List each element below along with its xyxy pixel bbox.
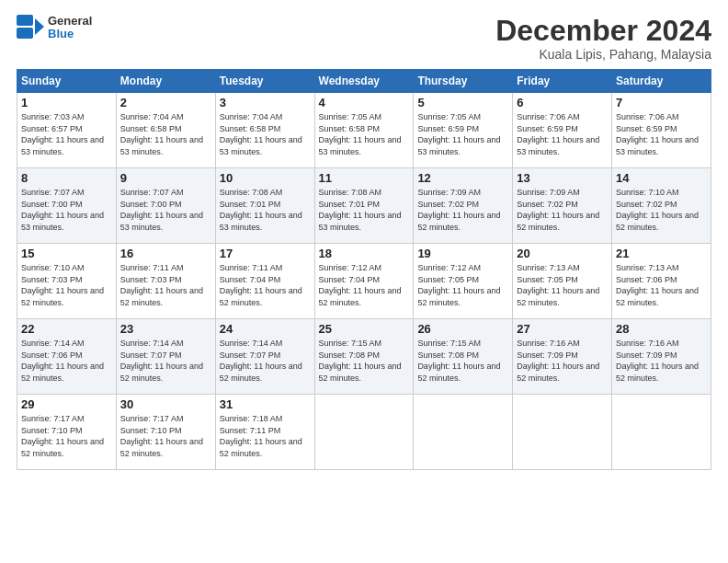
day-number: 24	[220, 322, 311, 336]
day-number: 17	[220, 247, 311, 260]
location: Kuala Lipis, Pahang, Malaysia	[495, 47, 711, 62]
day-number: 8	[21, 171, 112, 185]
cell-info: Sunrise: 7:07 AMSunset: 7:00 PMDaylight:…	[21, 188, 104, 232]
day-number: 9	[120, 171, 211, 185]
day-number: 19	[417, 247, 508, 260]
table-row: 9Sunrise: 7:07 AMSunset: 7:00 PMDaylight…	[116, 168, 215, 244]
cell-info: Sunrise: 7:04 AMSunset: 6:58 PMDaylight:…	[120, 112, 203, 156]
cell-info: Sunrise: 7:16 AMSunset: 7:09 PMDaylight:…	[616, 339, 699, 383]
table-row: 20Sunrise: 7:13 AMSunset: 7:05 PMDayligh…	[513, 244, 612, 319]
table-row: 5Sunrise: 7:05 AMSunset: 6:59 PMDaylight…	[414, 93, 513, 168]
table-row: 18Sunrise: 7:12 AMSunset: 7:04 PMDayligh…	[314, 244, 414, 319]
cell-info: Sunrise: 7:05 AMSunset: 6:58 PMDaylight:…	[319, 112, 402, 156]
col-sunday: Sunday	[17, 70, 117, 93]
table-row: 6Sunrise: 7:06 AMSunset: 6:59 PMDaylight…	[513, 93, 612, 168]
day-number: 5	[417, 96, 508, 109]
cell-info: Sunrise: 7:08 AMSunset: 7:01 PMDaylight:…	[319, 188, 402, 232]
cell-info: Sunrise: 7:15 AMSunset: 7:08 PMDaylight:…	[417, 339, 500, 383]
cell-info: Sunrise: 7:08 AMSunset: 7:01 PMDaylight:…	[220, 188, 302, 232]
header: General Blue December 2024 Kuala Lipis, …	[17, 15, 711, 62]
table-row	[314, 395, 414, 470]
cell-info: Sunrise: 7:18 AMSunset: 7:11 PMDaylight:…	[220, 414, 302, 458]
day-number: 2	[120, 96, 211, 109]
cell-info: Sunrise: 7:07 AMSunset: 7:00 PMDaylight:…	[120, 188, 203, 232]
table-row: 29Sunrise: 7:17 AMSunset: 7:10 PMDayligh…	[17, 395, 117, 470]
table-row: 27Sunrise: 7:16 AMSunset: 7:09 PMDayligh…	[513, 319, 612, 395]
day-number: 29	[21, 397, 112, 411]
day-number: 30	[120, 397, 211, 411]
week-row-1: 1Sunrise: 7:03 AMSunset: 6:57 PMDaylight…	[17, 93, 711, 168]
day-number: 18	[319, 247, 410, 260]
day-number: 27	[517, 322, 608, 336]
calendar-page: General Blue December 2024 Kuala Lipis, …	[0, 0, 728, 563]
svg-marker-2	[35, 18, 44, 35]
table-row: 23Sunrise: 7:14 AMSunset: 7:07 PMDayligh…	[116, 319, 215, 395]
table-row: 30Sunrise: 7:17 AMSunset: 7:10 PMDayligh…	[116, 395, 215, 470]
table-row: 14Sunrise: 7:10 AMSunset: 7:02 PMDayligh…	[612, 168, 711, 244]
day-number: 10	[220, 171, 311, 185]
cell-info: Sunrise: 7:13 AMSunset: 7:05 PMDaylight:…	[517, 263, 599, 307]
col-friday: Friday	[513, 70, 612, 93]
day-number: 16	[120, 247, 211, 260]
cell-info: Sunrise: 7:14 AMSunset: 7:06 PMDaylight:…	[21, 339, 104, 383]
col-saturday: Saturday	[612, 70, 711, 93]
day-number: 31	[220, 397, 311, 411]
day-number: 15	[21, 247, 112, 260]
calendar-table: Sunday Monday Tuesday Wednesday Thursday…	[17, 69, 711, 470]
col-monday: Monday	[116, 70, 215, 93]
col-wednesday: Wednesday	[314, 70, 414, 93]
table-row: 25Sunrise: 7:15 AMSunset: 7:08 PMDayligh…	[314, 319, 414, 395]
table-row: 11Sunrise: 7:08 AMSunset: 7:01 PMDayligh…	[314, 168, 414, 244]
day-number: 12	[417, 171, 508, 185]
day-number: 21	[616, 247, 707, 260]
week-row-5: 29Sunrise: 7:17 AMSunset: 7:10 PMDayligh…	[17, 395, 711, 470]
cell-info: Sunrise: 7:04 AMSunset: 6:58 PMDaylight:…	[220, 112, 302, 156]
table-row: 13Sunrise: 7:09 AMSunset: 7:02 PMDayligh…	[513, 168, 612, 244]
table-row: 12Sunrise: 7:09 AMSunset: 7:02 PMDayligh…	[414, 168, 513, 244]
cell-info: Sunrise: 7:12 AMSunset: 7:05 PMDaylight:…	[417, 263, 500, 307]
table-row: 7Sunrise: 7:06 AMSunset: 6:59 PMDaylight…	[612, 93, 711, 168]
day-number: 28	[616, 322, 707, 336]
cell-info: Sunrise: 7:17 AMSunset: 7:10 PMDaylight:…	[21, 414, 104, 458]
week-row-3: 15Sunrise: 7:10 AMSunset: 7:03 PMDayligh…	[17, 244, 711, 319]
table-row: 3Sunrise: 7:04 AMSunset: 6:58 PMDaylight…	[215, 93, 314, 168]
table-row: 21Sunrise: 7:13 AMSunset: 7:06 PMDayligh…	[612, 244, 711, 319]
table-row	[612, 395, 711, 470]
cell-info: Sunrise: 7:05 AMSunset: 6:59 PMDaylight:…	[417, 112, 500, 156]
cell-info: Sunrise: 7:09 AMSunset: 7:02 PMDaylight:…	[517, 188, 599, 232]
cell-info: Sunrise: 7:10 AMSunset: 7:03 PMDaylight:…	[21, 263, 104, 307]
cell-info: Sunrise: 7:14 AMSunset: 7:07 PMDaylight:…	[220, 339, 302, 383]
cell-info: Sunrise: 7:11 AMSunset: 7:04 PMDaylight:…	[220, 263, 302, 307]
cell-info: Sunrise: 7:03 AMSunset: 6:57 PMDaylight:…	[21, 112, 104, 156]
day-number: 25	[319, 322, 410, 336]
day-number: 7	[616, 96, 707, 109]
logo-general: General	[48, 15, 92, 28]
table-row: 2Sunrise: 7:04 AMSunset: 6:58 PMDaylight…	[116, 93, 215, 168]
table-row: 19Sunrise: 7:12 AMSunset: 7:05 PMDayligh…	[414, 244, 513, 319]
table-row: 4Sunrise: 7:05 AMSunset: 6:58 PMDaylight…	[314, 93, 414, 168]
day-number: 6	[517, 96, 608, 109]
day-number: 26	[417, 322, 508, 336]
table-row	[513, 395, 612, 470]
cell-info: Sunrise: 7:06 AMSunset: 6:59 PMDaylight:…	[517, 112, 599, 156]
cell-info: Sunrise: 7:13 AMSunset: 7:06 PMDaylight:…	[616, 263, 699, 307]
day-number: 13	[517, 171, 608, 185]
table-row: 8Sunrise: 7:07 AMSunset: 7:00 PMDaylight…	[17, 168, 117, 244]
svg-rect-0	[17, 15, 33, 26]
month-title: December 2024	[495, 15, 711, 47]
table-row: 24Sunrise: 7:14 AMSunset: 7:07 PMDayligh…	[215, 319, 314, 395]
logo-blue: Blue	[48, 28, 92, 40]
table-row: 22Sunrise: 7:14 AMSunset: 7:06 PMDayligh…	[17, 319, 117, 395]
cell-info: Sunrise: 7:12 AMSunset: 7:04 PMDaylight:…	[319, 263, 402, 307]
cell-info: Sunrise: 7:16 AMSunset: 7:09 PMDaylight:…	[517, 339, 599, 383]
cell-info: Sunrise: 7:09 AMSunset: 7:02 PMDaylight:…	[417, 188, 500, 232]
cell-info: Sunrise: 7:14 AMSunset: 7:07 PMDaylight:…	[120, 339, 203, 383]
logo: General Blue	[17, 15, 92, 41]
col-tuesday: Tuesday	[215, 70, 314, 93]
table-row: 28Sunrise: 7:16 AMSunset: 7:09 PMDayligh…	[612, 319, 711, 395]
table-row: 17Sunrise: 7:11 AMSunset: 7:04 PMDayligh…	[215, 244, 314, 319]
svg-rect-1	[17, 28, 33, 39]
week-row-4: 22Sunrise: 7:14 AMSunset: 7:06 PMDayligh…	[17, 319, 711, 395]
cell-info: Sunrise: 7:10 AMSunset: 7:02 PMDaylight:…	[616, 188, 699, 232]
table-row: 16Sunrise: 7:11 AMSunset: 7:03 PMDayligh…	[116, 244, 215, 319]
